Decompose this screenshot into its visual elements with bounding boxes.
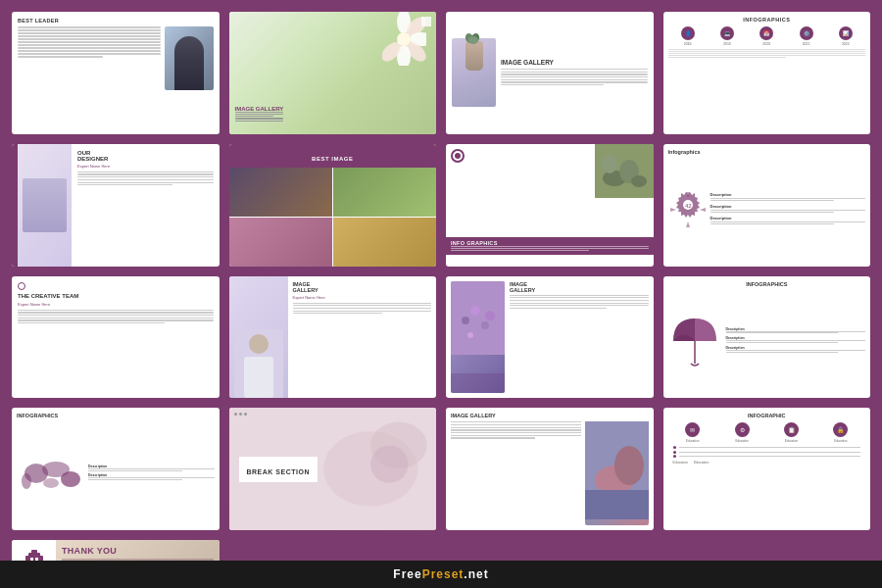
watermark: FreePreset.net [0,561,882,588]
slide-10-title: IMAGE GALLERY [293,281,432,293]
slide-15-text [451,421,581,525]
svg-point-11 [602,154,617,173]
img-cell-4 [333,218,436,267]
slide-8-title: Infographics [668,149,866,155]
man-photo [229,276,288,399]
svg-rect-37 [585,490,649,519]
slide-6-best-image: BEST IMAGE [229,144,437,267]
svg-point-33 [370,446,408,483]
svg-point-28 [43,478,59,488]
world-map [17,452,85,496]
slide-16-title: INFOGRAPHIC [668,413,866,418]
slide-11-title: IMAGE GALLERY [510,281,649,293]
slide-10-image-gallery-man: IMAGE GALLERY Expert Name Here [229,276,437,399]
svg-point-27 [61,471,80,487]
break-title: BREAK SECTION [247,468,310,475]
slide-9-creative-team: THE CREATIVE TEAM Expert Name Here [12,276,220,399]
slide-2-title: IMAGE GALLERY [235,106,284,112]
svg-rect-17 [451,281,505,355]
circle-1: ✉ Education [685,422,700,443]
slide-9-lines [18,310,214,325]
slide-6-title: BEST IMAGE [312,156,353,162]
slide-11-lines [510,295,649,310]
slide-9-top-dot [18,282,25,290]
svg-rect-40 [31,550,37,554]
year-icon-5: 📊 [839,26,853,40]
desk-person-image [18,144,72,267]
slide-5-lines [77,172,214,186]
slide-15-title: IMAGE GALLERY [451,413,649,418]
year-icon-3: 📅 [760,26,773,40]
slide-12-desc: Description Description Description [722,327,866,356]
svg-point-29 [22,473,31,489]
slide-14-break-section: BREAK SECTION [229,408,437,530]
umbrella-area: Description Description Description [668,290,866,394]
watermark-text: FreePreset.net [393,567,488,581]
slide-3-image-gallery-vase: IMAGE GALLERY [446,12,654,134]
circle-4: 🔒 Education [833,422,848,443]
slide-3-text-area: IMAGE GALLERY [501,59,648,87]
gear-big: 42 [668,190,708,229]
svg-point-22 [485,311,495,320]
slide-1-best-leader: BEST LEADER [12,12,220,134]
slide-13-title: INFOGRAPHICS [17,413,215,418]
slide-3-lines [501,69,648,85]
slide-13-infographics-map: INFOGRAPHICS Description Description [12,408,220,530]
slide-3-title: IMAGE GALLERY [501,59,648,66]
slide-7-info-bar: INFO GRAPHICS [446,237,654,254]
year-item-1: 👤 2018 [681,26,695,46]
slide-10-lines [293,303,432,315]
slide-11-text: IMAGE GALLERY [510,281,649,394]
slide-13-desc: Description Description [88,465,215,482]
slide-2-label: IMAGE GALLERY [235,106,284,122]
slide-16-infographic-circles: INFOGRAPHIC ✉ Education ⚙ Education 📋 Ed… [663,408,871,530]
svg-point-20 [481,321,489,329]
slide-4-title: INFOGRAPHICS [668,17,866,23]
slide-15-image-gallery-field: IMAGE GALLERY [446,408,654,530]
thank-you-title: THANK YOU [62,546,214,556]
slide-10-sub: Expert Name Here [293,295,432,300]
vase-image [452,38,496,107]
slide-7-info-graphics: INFO GRAPHICS [446,144,654,267]
slide-15-content [451,421,649,525]
year-icon-4: ⚙️ [800,26,813,40]
slide-12-infographics-umbrella: INFOGRAPHICS Description Description Des… [663,276,871,399]
slide-1-text [18,26,161,58]
gear-text-items: Description Description Description [710,192,866,226]
slide-9-title: THE CREATIVE TEAM [18,293,214,300]
img-cell-1 [229,168,332,217]
slide-1-person-image [165,26,214,90]
year-item-3: 📅 2020 [760,26,773,46]
year-item-4: ⚙️ 2021 [800,26,813,46]
year-icon-1: 👤 [681,26,695,40]
person-silhouette [174,36,204,90]
slide-11-image-gallery-purple: IMAGE GALLERY [446,276,654,399]
slide-6-header: BEST IMAGE [229,144,437,168]
years-row: 👤 2018 💻 2019 📅 2020 ⚙️ 2021 📊 2022 [668,26,866,46]
slide-1-title: BEST LEADER [18,18,214,24]
purple-flower-photo [451,281,505,394]
year-item-5: 📊 2022 [839,26,853,46]
slide-5-text: OUR DESIGNER Expert Name Here [72,144,220,267]
slide-10-text: IMAGE GALLERY Expert Name Here [288,276,437,399]
slide-5-title: OUR DESIGNER [77,150,214,162]
gears-area: 42 Description Description Description [668,159,866,262]
svg-point-18 [462,317,469,324]
svg-point-36 [614,446,644,485]
slide-6-grid [229,168,437,267]
break-label: BREAK SECTION [239,457,318,482]
slide-5-subtitle: Expert Name Here [77,164,214,169]
vase-shape [466,41,483,71]
circles-row: ✉ Education ⚙ Education 📋 Education 🔒 Ed… [668,422,866,443]
slide-9-subtitle: Expert Name Here [18,302,214,307]
flower-petals [382,12,426,61]
img-cell-2 [333,168,436,217]
svg-point-19 [470,306,480,316]
plant-leaves [464,33,485,45]
img-cell-3 [229,218,332,267]
circle-3: 📋 Education [784,422,799,443]
slide-12-title: INFOGRAPHICS [668,281,866,287]
slide-16-lines: Education Education [668,446,866,465]
svg-rect-16 [244,357,273,398]
year-icon-2: 💻 [720,26,734,40]
